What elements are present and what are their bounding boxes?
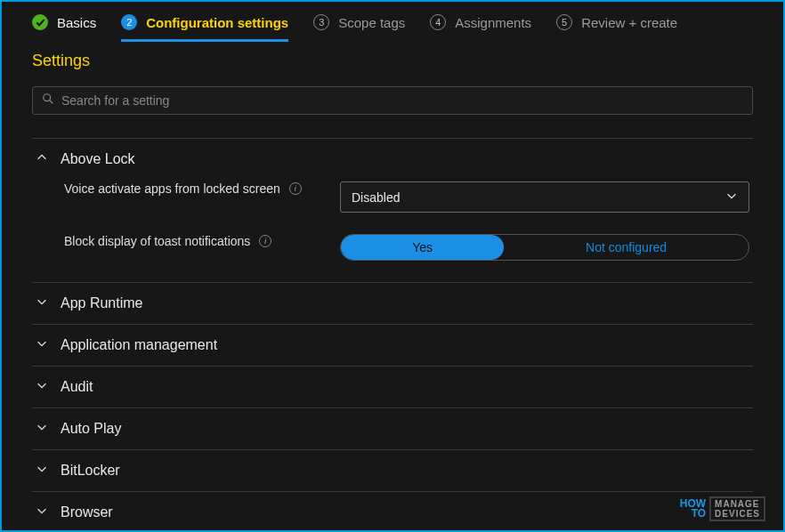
category-title: Audit <box>61 379 93 395</box>
category-audit: Audit <box>32 366 753 407</box>
category-title: Application management <box>61 337 217 353</box>
chevron-down-icon <box>725 189 738 205</box>
dropdown-value: Disabled <box>352 190 400 205</box>
category-header[interactable]: Browser <box>32 504 753 520</box>
category-title: App Runtime <box>61 295 143 311</box>
category-title: Auto Play <box>61 421 121 437</box>
step-label: Assignments <box>455 15 531 30</box>
step-label: Review + create <box>581 15 677 30</box>
info-icon[interactable]: i <box>259 235 271 247</box>
step-scope-tags[interactable]: 3 Scope tags <box>313 14 405 30</box>
step-configuration-settings[interactable]: 2 Configuration settings <box>121 14 288 42</box>
chevron-down-icon <box>36 463 48 479</box>
category-header[interactable]: Audit <box>32 379 753 395</box>
category-bitlocker: BitLocker <box>32 449 753 491</box>
watermark-devices: DEVICES <box>715 509 760 519</box>
category-application-management: Application management <box>32 324 753 366</box>
svg-line-1 <box>50 101 53 104</box>
toggle-option-not-configured[interactable]: Not configured <box>504 235 749 260</box>
info-icon[interactable]: i <box>289 182 302 195</box>
setting-label: Voice activate apps from locked screen <box>64 181 280 196</box>
watermark-manage: MANAGE <box>715 499 760 509</box>
setting-label: Block display of toast notifications <box>64 234 250 248</box>
category-title: Browser <box>61 504 113 520</box>
category-auto-play: Auto Play <box>32 407 753 449</box>
chevron-down-icon <box>36 421 48 437</box>
step-assignments[interactable]: 4 Assignments <box>430 14 531 30</box>
category-browser: Browser <box>32 491 753 520</box>
category-title: Above Lock <box>61 151 135 167</box>
watermark-to: TO <box>680 509 706 519</box>
settings-content: Above Lock Voice activate apps from lock… <box>2 138 783 520</box>
category-above-lock: Above Lock Voice activate apps from lock… <box>32 138 753 282</box>
category-header[interactable]: Auto Play <box>32 421 753 437</box>
block-toast-toggle: Yes Not configured <box>340 234 749 261</box>
step-label: Configuration settings <box>146 15 288 30</box>
step-label: Basics <box>57 15 96 30</box>
search-input[interactable] <box>61 93 743 108</box>
search-box[interactable] <box>32 86 753 115</box>
step-number-icon: 3 <box>313 14 329 30</box>
check-icon <box>32 14 48 30</box>
watermark-logo: HOW TO MANAGE DEVICES <box>680 496 765 521</box>
toggle-option-yes[interactable]: Yes <box>341 235 504 260</box>
wizard-stepper: Basics 2 Configuration settings 3 Scope … <box>2 2 783 41</box>
category-header[interactable]: Application management <box>32 337 753 353</box>
settings-heading: Settings <box>2 41 783 77</box>
step-number-icon: 2 <box>121 14 137 30</box>
svg-point-0 <box>44 94 51 101</box>
category-header[interactable]: App Runtime <box>32 295 753 311</box>
step-review-create[interactable]: 5 Review + create <box>556 14 677 30</box>
chevron-down-icon <box>36 337 48 353</box>
setting-block-toast-notifications: Block display of toast notifications i Y… <box>64 234 753 261</box>
step-number-icon: 4 <box>430 14 446 30</box>
category-header-above-lock[interactable]: Above Lock <box>32 151 753 167</box>
category-app-runtime: App Runtime <box>32 282 753 324</box>
step-label: Scope tags <box>338 15 405 30</box>
category-header[interactable]: BitLocker <box>32 463 753 479</box>
chevron-up-icon <box>36 151 48 167</box>
chevron-down-icon <box>36 504 48 520</box>
search-icon <box>42 93 54 109</box>
category-title: BitLocker <box>61 463 120 479</box>
chevron-down-icon <box>36 295 48 311</box>
chevron-down-icon <box>36 379 48 395</box>
step-basics[interactable]: Basics <box>32 14 96 30</box>
setting-voice-activate-apps: Voice activate apps from locked screen i… <box>64 181 753 213</box>
voice-activate-dropdown[interactable]: Disabled <box>340 181 749 213</box>
step-number-icon: 5 <box>556 14 572 30</box>
